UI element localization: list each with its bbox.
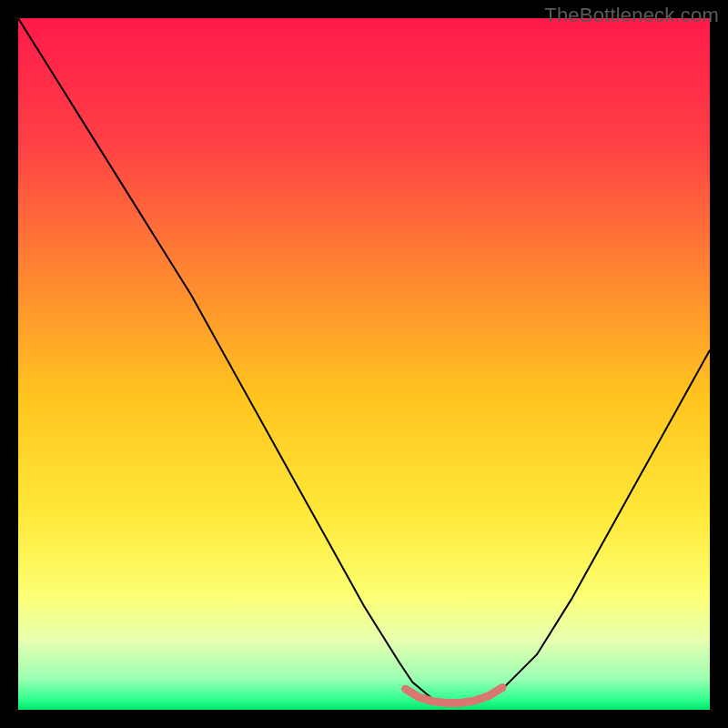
- plot-area: [18, 18, 710, 710]
- watermark-text: TheBottleneck.com: [544, 4, 719, 27]
- chart-frame: TheBottleneck.com: [0, 0, 728, 728]
- chart-svg: [18, 18, 710, 710]
